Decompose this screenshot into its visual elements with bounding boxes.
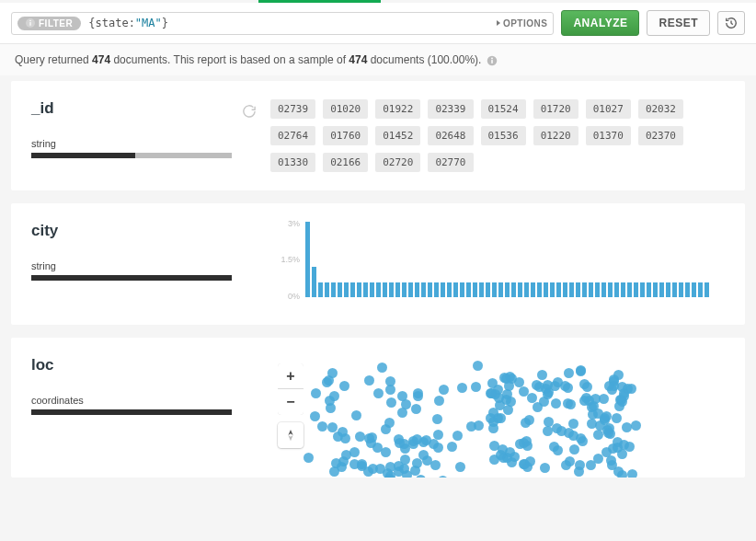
chart-bar[interactable] bbox=[447, 282, 452, 297]
map-point[interactable] bbox=[537, 370, 547, 380]
chart-bar[interactable] bbox=[666, 282, 670, 297]
map-point[interactable] bbox=[503, 405, 513, 415]
sample-value-tag[interactable]: 02166 bbox=[323, 153, 368, 172]
map-point[interactable] bbox=[613, 466, 624, 477]
chart-bar[interactable] bbox=[692, 282, 696, 297]
chart-bar[interactable] bbox=[595, 282, 600, 297]
map-point[interactable] bbox=[386, 397, 396, 408]
map-point[interactable] bbox=[433, 443, 443, 453]
map-point[interactable] bbox=[505, 447, 515, 457]
map-point[interactable] bbox=[474, 420, 484, 431]
sample-value-tag[interactable]: 02739 bbox=[270, 99, 315, 119]
chart-bar[interactable] bbox=[408, 282, 413, 297]
chart-bar[interactable] bbox=[428, 282, 432, 297]
map-point[interactable] bbox=[612, 413, 622, 423]
map-point[interactable] bbox=[434, 396, 444, 406]
map-point[interactable] bbox=[553, 445, 563, 455]
map-point[interactable] bbox=[540, 463, 550, 473]
map-point[interactable] bbox=[399, 439, 409, 449]
chart-bar[interactable] bbox=[634, 282, 638, 297]
map-point[interactable] bbox=[385, 385, 395, 395]
map-point[interactable] bbox=[578, 436, 588, 446]
map-point[interactable] bbox=[457, 383, 467, 393]
chart-bar[interactable] bbox=[704, 282, 709, 297]
map-point[interactable] bbox=[438, 476, 448, 478]
sample-value-tag[interactable]: 01020 bbox=[323, 99, 368, 119]
chart-bar[interactable] bbox=[402, 282, 407, 297]
chart-bar[interactable] bbox=[434, 282, 439, 297]
sample-value-tag[interactable]: 01330 bbox=[270, 153, 315, 172]
sample-value-tag[interactable]: 01027 bbox=[586, 99, 631, 119]
map-point[interactable] bbox=[430, 460, 441, 470]
map-point[interactable] bbox=[473, 361, 483, 371]
map-point[interactable] bbox=[402, 470, 412, 478]
map-point[interactable] bbox=[351, 410, 361, 420]
sample-value-tag[interactable]: 01452 bbox=[375, 126, 420, 145]
chart-bar[interactable] bbox=[325, 282, 329, 297]
map-point[interactable] bbox=[310, 411, 320, 421]
map-point[interactable] bbox=[504, 381, 514, 391]
chart-bar[interactable] bbox=[537, 282, 542, 297]
map-point[interactable] bbox=[568, 431, 578, 441]
history-button[interactable] bbox=[717, 11, 745, 35]
map-point[interactable] bbox=[439, 385, 449, 395]
map-point[interactable] bbox=[521, 418, 531, 428]
map-point[interactable] bbox=[551, 398, 561, 409]
map-point[interactable] bbox=[311, 388, 321, 398]
chart-bar[interactable] bbox=[505, 282, 510, 297]
map-point[interactable] bbox=[582, 382, 592, 392]
chart-bar[interactable] bbox=[389, 282, 394, 297]
sample-value-tag[interactable]: 01220 bbox=[533, 126, 578, 145]
chart-bar[interactable] bbox=[421, 282, 426, 297]
map-point[interactable] bbox=[564, 368, 574, 378]
chart-bar[interactable] bbox=[344, 282, 349, 297]
chart-bar[interactable] bbox=[415, 282, 419, 297]
chart-bar[interactable] bbox=[511, 282, 516, 297]
map-point[interactable] bbox=[496, 450, 506, 460]
map-point[interactable] bbox=[525, 456, 535, 466]
map-point[interactable] bbox=[599, 394, 609, 404]
map-point[interactable] bbox=[569, 444, 579, 455]
chart-bar[interactable] bbox=[556, 282, 561, 297]
map-point[interactable] bbox=[543, 426, 553, 436]
sample-value-tag[interactable]: 01536 bbox=[481, 126, 526, 145]
map-point[interactable] bbox=[400, 455, 410, 465]
map-point[interactable] bbox=[384, 474, 395, 478]
sample-value-tag[interactable]: 01720 bbox=[533, 99, 578, 119]
map-point[interactable] bbox=[349, 447, 360, 457]
map-point[interactable] bbox=[587, 419, 597, 429]
map-point[interactable] bbox=[433, 430, 443, 440]
map-point[interactable] bbox=[627, 469, 637, 478]
map-point[interactable] bbox=[452, 431, 463, 441]
map-point[interactable] bbox=[519, 386, 529, 397]
chart-bar[interactable] bbox=[550, 282, 555, 297]
chart-bar[interactable] bbox=[383, 282, 387, 297]
map-point[interactable] bbox=[495, 400, 505, 410]
analyze-button[interactable]: ANALYZE bbox=[561, 10, 639, 36]
sample-value-tag[interactable]: 01524 bbox=[481, 99, 526, 119]
map-point[interactable] bbox=[432, 414, 442, 424]
map-point[interactable] bbox=[381, 447, 391, 457]
map-point[interactable] bbox=[565, 456, 575, 466]
map-point[interactable] bbox=[401, 399, 411, 409]
map-zoom-out-button[interactable]: − bbox=[278, 389, 304, 415]
map-point[interactable] bbox=[364, 375, 374, 386]
map-point[interactable] bbox=[541, 384, 551, 394]
chart-bar[interactable] bbox=[563, 282, 567, 297]
map-point[interactable] bbox=[487, 388, 497, 398]
chart-bar[interactable] bbox=[518, 282, 522, 297]
chart-bar[interactable] bbox=[659, 282, 664, 297]
map-point[interactable] bbox=[447, 442, 457, 452]
chart-bar[interactable] bbox=[569, 282, 574, 297]
sample-value-tag[interactable]: 02764 bbox=[270, 126, 315, 145]
map-point[interactable] bbox=[327, 422, 338, 432]
map-point[interactable] bbox=[324, 375, 334, 386]
map-point[interactable] bbox=[341, 450, 351, 460]
chart-bar[interactable] bbox=[395, 282, 400, 297]
chart-bar[interactable] bbox=[453, 282, 458, 297]
map-point[interactable] bbox=[455, 462, 465, 472]
reset-button[interactable]: RESET bbox=[647, 10, 710, 36]
map-point[interactable] bbox=[326, 403, 336, 413]
options-toggle[interactable]: OPTIONS bbox=[497, 18, 548, 29]
sample-value-tag[interactable]: 01370 bbox=[586, 126, 631, 145]
